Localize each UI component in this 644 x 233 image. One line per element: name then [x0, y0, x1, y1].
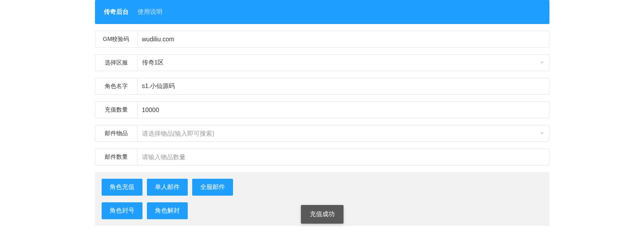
label-mail-qty: 邮件数量 [95, 149, 138, 165]
all-mail-button[interactable]: 全服邮件 [192, 179, 233, 196]
single-mail-button[interactable]: 单人邮件 [147, 179, 188, 196]
recharge-button[interactable]: 角色充值 [102, 179, 142, 196]
row-gm-code: GM校验码 [95, 31, 549, 48]
input-role-name[interactable] [138, 78, 549, 94]
input-wrap-amount [138, 102, 549, 118]
input-wrap-role-name [138, 78, 549, 94]
navbar: 传奇后台 使用说明 [95, 0, 549, 24]
select-wrap-server[interactable] [138, 55, 549, 71]
nav-tab-instructions[interactable]: 使用说明 [138, 8, 162, 16]
input-gm-code[interactable] [138, 31, 549, 47]
input-wrap-mail-qty [138, 149, 549, 165]
label-gm-code: GM校验码 [95, 31, 138, 47]
input-wrap-gm-code [138, 31, 549, 47]
row-mail-item: 邮件物品 [95, 125, 549, 142]
label-amount: 充值数量 [95, 102, 138, 118]
button-row-1: 角色充值 单人邮件 全服邮件 [102, 179, 543, 196]
label-mail-item: 邮件物品 [95, 125, 138, 141]
select-wrap-mail-item[interactable] [138, 125, 549, 141]
row-amount: 充值数量 [95, 101, 549, 118]
toast-message: 充值成功 [301, 205, 344, 224]
label-role-name: 角色名字 [95, 78, 138, 94]
select-server[interactable] [138, 55, 549, 71]
input-amount[interactable] [138, 102, 549, 118]
row-mail-qty: 邮件数量 [95, 149, 549, 165]
input-mail-qty[interactable] [138, 149, 549, 165]
row-server: 选择区服 [95, 54, 549, 71]
select-mail-item[interactable] [138, 125, 549, 141]
label-server: 选择区服 [95, 55, 138, 71]
unban-button[interactable]: 角色解封 [147, 202, 188, 219]
nav-tab-backend[interactable]: 传奇后台 [104, 8, 129, 16]
form-area: GM校验码 选择区服 角色名字 充值数量 邮件物品 [95, 31, 549, 226]
row-role-name: 角色名字 [95, 78, 549, 95]
ban-button[interactable]: 角色封号 [102, 202, 142, 219]
